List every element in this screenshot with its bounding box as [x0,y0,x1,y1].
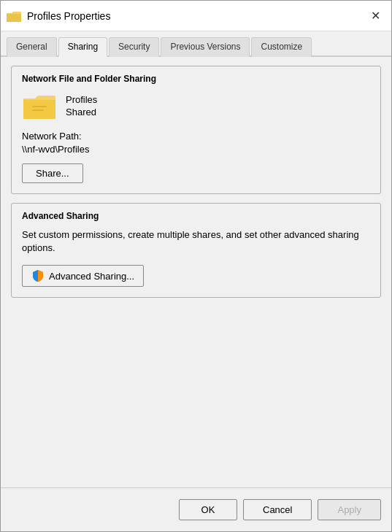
tab-customize[interactable]: Customize [251,37,312,57]
tab-previous-versions[interactable]: Previous Versions [161,37,250,57]
tab-general[interactable]: General [7,37,57,57]
folder-icon-wrap [22,91,57,120]
folder-name: Profiles [66,94,97,105]
folder-status: Shared [66,107,97,117]
advanced-sharing-section: Advanced Sharing Set custom permissions,… [11,203,381,298]
tab-sharing[interactable]: Sharing [58,37,107,57]
title-folder-icon [7,9,21,23]
advanced-sharing-title: Advanced Sharing [22,211,370,221]
shared-folder-icon [22,91,57,120]
folder-info: Profiles Shared [22,91,370,120]
cancel-button[interactable]: Cancel [243,499,312,520]
network-path-label: Network Path: [22,131,370,142]
advanced-sharing-button[interactable]: Advanced Sharing... [22,265,144,287]
shield-uac-icon [31,269,45,282]
window-title: Profiles Properties [27,10,110,22]
tabs-bar: General Sharing Security Previous Versio… [1,31,391,57]
folder-text: Profiles Shared [66,94,97,117]
apply-button[interactable]: Apply [318,499,381,520]
close-button[interactable]: ✕ [365,6,385,26]
advanced-sharing-desc: Set custom permissions, create multiple … [22,228,370,255]
ok-button[interactable]: OK [179,499,237,520]
title-bar: Profiles Properties ✕ [1,1,391,31]
dialog-window: Profiles Properties ✕ General Sharing Se… [0,0,392,532]
share-button[interactable]: Share... [22,163,83,183]
network-sharing-title: Network File and Folder Sharing [22,74,370,84]
network-path-value: \\nf-wvd\Profiles [22,144,370,155]
svg-rect-4 [32,106,47,107]
tab-content: Network File and Folder Sharing [1,57,391,487]
advanced-sharing-btn-label: Advanced Sharing... [49,271,134,282]
svg-rect-1 [7,14,21,22]
svg-rect-5 [32,109,44,111]
title-bar-left: Profiles Properties [7,9,110,23]
network-sharing-section: Network File and Folder Sharing [11,66,381,194]
tab-security[interactable]: Security [109,37,159,57]
footer: OK Cancel Apply [1,487,391,531]
